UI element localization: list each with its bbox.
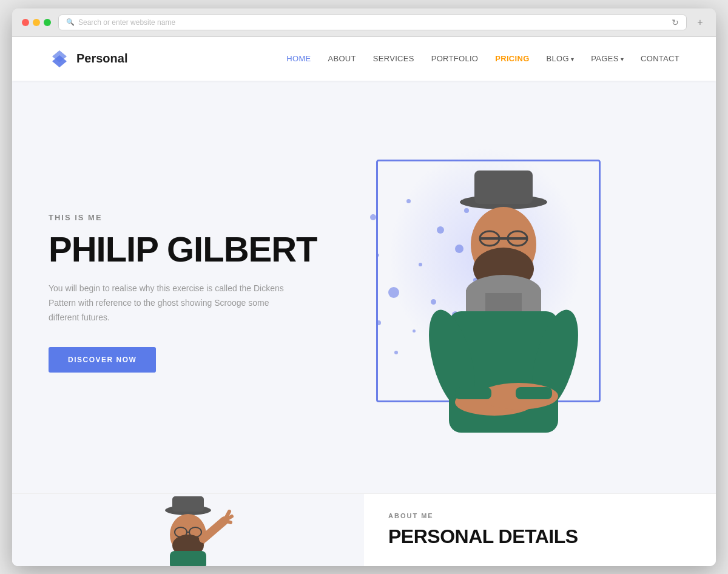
hero-person-illustration (400, 135, 607, 451)
nav-contact[interactable]: CONTACT (641, 54, 679, 63)
about-section-preview: ABOUT ME PERSONAL DETAILS (364, 494, 716, 566)
hero-image-area (340, 135, 679, 451)
nav-links: HOME ABOUT SERVICES PORTFOLIO PRICING BL… (286, 54, 679, 63)
decorative-dot (370, 214, 376, 220)
hero-title: PHILIP GILBERT (49, 232, 340, 267)
hero-content: THIS IS ME PHILIP GILBERT You will begin… (49, 213, 340, 372)
decorative-dot (376, 254, 379, 257)
svg-rect-6 (479, 237, 528, 240)
discover-now-button[interactable]: DISCOVER NOW (49, 347, 156, 373)
browser-address-bar[interactable]: 🔍 Search or enter website name ↻ (58, 15, 687, 30)
svg-rect-20 (172, 496, 204, 512)
hero-eyebrow: THIS IS ME (49, 213, 340, 222)
search-icon: 🔍 (66, 18, 75, 26)
svg-line-29 (224, 521, 231, 522)
dot-close[interactable] (22, 19, 29, 26)
browser-window: 🔍 Search or enter website name ↻ + Perso… (12, 8, 716, 566)
decorative-dot (376, 320, 381, 325)
nav-about[interactable]: ABOUT (328, 54, 356, 63)
navbar: Personal HOME ABOUT SERVICES PORTFOLIO P… (12, 37, 716, 81)
dot-maximize[interactable] (44, 19, 51, 26)
bottom-person-preview (12, 494, 364, 566)
nav-pages[interactable]: PAGES (591, 54, 624, 63)
browser-dots (22, 19, 51, 26)
logo[interactable]: Personal (49, 48, 127, 70)
about-title: PERSONAL DETAILS (388, 525, 692, 548)
new-tab-button[interactable]: + (694, 16, 706, 29)
decorative-dot (394, 351, 398, 354)
svg-rect-3 (474, 171, 533, 204)
logo-text: Personal (76, 52, 127, 66)
decorative-dot (388, 287, 399, 298)
svg-rect-18 (516, 387, 552, 399)
bottom-preview-section: ABOUT ME PERSONAL DETAILS (12, 493, 716, 566)
nav-pricing[interactable]: PRICING (495, 54, 529, 63)
reload-icon[interactable]: ↻ (672, 18, 679, 27)
dot-minimize[interactable] (33, 19, 40, 26)
hero-section: THIS IS ME PHILIP GILBERT You will begin… (12, 81, 716, 493)
website-content: Personal HOME ABOUT SERVICES PORTFOLIO P… (12, 37, 716, 566)
nav-home[interactable]: HOME (286, 54, 311, 63)
address-text: Search or enter website name (78, 18, 175, 27)
browser-toolbar: 🔍 Search or enter website name ↻ + (12, 8, 716, 37)
logo-icon (49, 48, 70, 70)
svg-rect-30 (170, 551, 206, 566)
hero-description: You will begin to realise why this exerc… (49, 282, 291, 325)
svg-rect-17 (455, 387, 491, 399)
nav-services[interactable]: SERVICES (373, 54, 414, 63)
nav-blog[interactable]: BLOG (547, 54, 575, 63)
about-eyebrow: ABOUT ME (388, 512, 692, 519)
svg-line-26 (203, 521, 224, 539)
nav-portfolio[interactable]: PORTFOLIO (431, 54, 479, 63)
